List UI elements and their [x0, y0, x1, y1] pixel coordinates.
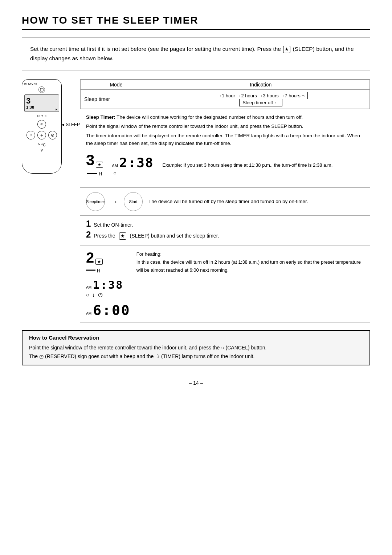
bottom-num-row: 2 ★ — [86, 250, 131, 265]
indication-diagram: →1 hour →2 hours →3 hours →7 hours ¬ — [214, 92, 308, 99]
table-row: Sleep timer →1 hour →2 hours →3 hours →7… — [81, 89, 370, 109]
indication-bottom: Sleep timer off ← — [239, 99, 282, 106]
lcd-1-38-group: AM 1:38 ○ ↓ ◷ — [86, 279, 131, 298]
remote-wrapper: HITACHI 3 1:38 H ⊙ — [22, 79, 62, 174]
remote-display-sub: H — [56, 108, 57, 111]
cancel-p1: Point the signal window of the remote co… — [29, 344, 363, 361]
remote-plus-btn[interactable]: + — [37, 131, 46, 139]
bottom-display: 2 ★ — H AM 1:38 ○ ↓ — [80, 246, 370, 323]
sleep-timer-off: Sleep timer off ← — [242, 100, 279, 105]
sleep-timer-bold: Sleep Timer: — [86, 114, 115, 120]
example-h: H — [99, 171, 102, 177]
display-num-row: 3 ★ — [86, 153, 103, 168]
step1-text: Set the ON-timer. — [94, 222, 133, 228]
remote-mode-btn[interactable]: ⊘ — [48, 131, 57, 139]
svg-rect-0 — [40, 88, 43, 91]
mode-table: Mode Indication Sleep timer →1 hour →2 h… — [80, 80, 370, 109]
example-text: Example: If you set 3 hours sleep time a… — [163, 162, 333, 169]
example-h-row: — H — [87, 168, 102, 178]
flow-text: The device will be turned off by the sle… — [148, 198, 308, 206]
bottom-icon: ★ — [95, 259, 103, 265]
bottom-h: H — [97, 268, 100, 274]
remote-diagram: HITACHI 3 1:38 H ⊙ — [22, 79, 62, 174]
remote-display: 3 1:38 H — [24, 94, 59, 112]
info-bold-text: The device will continue working for the… — [117, 114, 303, 120]
remote-col: HITACHI 3 1:38 H ⊙ — [22, 79, 80, 323]
remote-middle-btn-row: ⊙ + ⊘ — [24, 131, 59, 139]
remote-power-btn[interactable]: ① — [37, 120, 46, 129]
remote-sleep-btn[interactable]: ⊙ — [26, 131, 35, 139]
heating-text: In this case, the device will turn off i… — [136, 258, 364, 274]
intro-text: Set the current time at first if it is n… — [30, 46, 281, 52]
circle-clock-row: ○ ↓ ◷ — [86, 291, 131, 298]
bottom-clock-icon: ◷ — [98, 291, 103, 298]
steps-section: 1 Set the ON-timer. 2 Press the ★ (SLEEP… — [80, 216, 370, 246]
step2-text: (SLEEP) button and set the sleep timer. — [130, 233, 219, 239]
am2-label: AM — [86, 312, 91, 316]
flow-box-sleep-line2: timer — [96, 199, 105, 204]
cancel-p2-text: The ◷ (RESERVED) sign goes out with a be… — [29, 352, 363, 361]
for-heating-label: For heating: — [136, 250, 364, 258]
example-am: AM — [112, 163, 118, 168]
lcd-6-00: 6:00 — [93, 302, 131, 318]
example-time-display: AM 2:38 ○ — [112, 155, 154, 176]
info-p2: Point the signal window of the remote co… — [86, 122, 364, 130]
page-number: – 14 – — [22, 380, 370, 386]
remote-power-row: ① — [24, 120, 59, 129]
lcd-time: 2:38 — [119, 155, 154, 170]
sleep-start-flow: Sleep timer → Start The device will be t… — [80, 188, 370, 216]
indication-arrows: →1 hour →2 hours →3 hours →7 hours ¬ — [217, 93, 305, 98]
intro-box: Set the current time at first if it is n… — [22, 37, 370, 70]
remote-temp-section: ^ °C v — [24, 142, 59, 153]
display-example: 3 ★ — H AM 2:38 ○ Example: If you set 3 — [86, 153, 364, 178]
lcd-1-38: 1:38 — [93, 279, 123, 291]
bottom-h-row: — H — [86, 265, 131, 274]
remote-top-btn-row — [24, 86, 59, 93]
remote-indicator-row: ⊙ + ○ — [24, 114, 59, 118]
display-right-col: For heating: In this case, the device wi… — [136, 250, 364, 274]
cancel-title: How to Cancel Reservation — [29, 335, 363, 341]
flow-box-sleep: Sleep timer — [86, 192, 105, 211]
remote-display-time: 1:38 — [26, 105, 34, 109]
remote-temp-row: ^ °C — [38, 142, 46, 147]
bottom-down-arrow: ↓ — [92, 292, 95, 298]
step-2: 2 Press the ★ (SLEEP) button and set the… — [86, 230, 364, 240]
step2-press: Press the — [94, 233, 115, 239]
cancel-p1-text: Point the signal window of the remote co… — [29, 344, 363, 352]
page-title: HOW TO SET THE SLEEP TIMER — [22, 15, 370, 30]
example-num: 3 — [86, 153, 94, 168]
example-circle: ○ — [113, 170, 116, 176]
indication-cell: →1 hour →2 hours →3 hours →7 hours ¬ Sle… — [152, 89, 369, 109]
flow-box-sleep-line1: Sleep — [86, 199, 96, 204]
step2-icon: ★ — [119, 232, 126, 240]
flow-box-start: Start — [124, 192, 143, 211]
col-mode: Mode — [81, 80, 152, 89]
bottom-circle: ○ — [86, 292, 89, 298]
info-p1: Sleep Timer: The device will continue wo… — [86, 113, 364, 121]
bottom-num: 2 — [86, 250, 94, 265]
info-section: Sleep Timer: The device will continue wo… — [80, 109, 370, 188]
step-1: 1 Set the ON-timer. — [86, 219, 364, 228]
step1-num: 1 — [86, 219, 91, 228]
display-left-col: 2 ★ — H AM 1:38 ○ ↓ — [86, 250, 131, 318]
lcd-6-00-group: AM 6:00 — [86, 302, 131, 318]
mode-sleep-timer: Sleep timer — [81, 89, 152, 109]
remote-btn-top — [38, 86, 45, 93]
remote-sleep-label: ● SLEEP — [62, 122, 80, 127]
sleep-icon-intro: ★ — [283, 46, 290, 53]
am1-label: AM — [86, 285, 91, 289]
combined-right: Mode Indication Sleep timer →1 hour →2 h… — [80, 79, 370, 323]
col-indication: Indication — [152, 80, 369, 89]
flow-arrow: → — [111, 198, 118, 206]
bottom-num-display: 2 ★ — H — [86, 250, 131, 274]
info-p3: The timer information will be displayed … — [86, 132, 364, 147]
step2-num: 2 — [86, 230, 91, 239]
main-section: HITACHI 3 1:38 H ⊙ — [22, 79, 370, 323]
remote-brand: HITACHI — [24, 82, 59, 85]
num-display-left: 3 ★ — H — [86, 153, 103, 178]
cancel-box: How to Cancel Reservation Point the sign… — [22, 330, 370, 365]
